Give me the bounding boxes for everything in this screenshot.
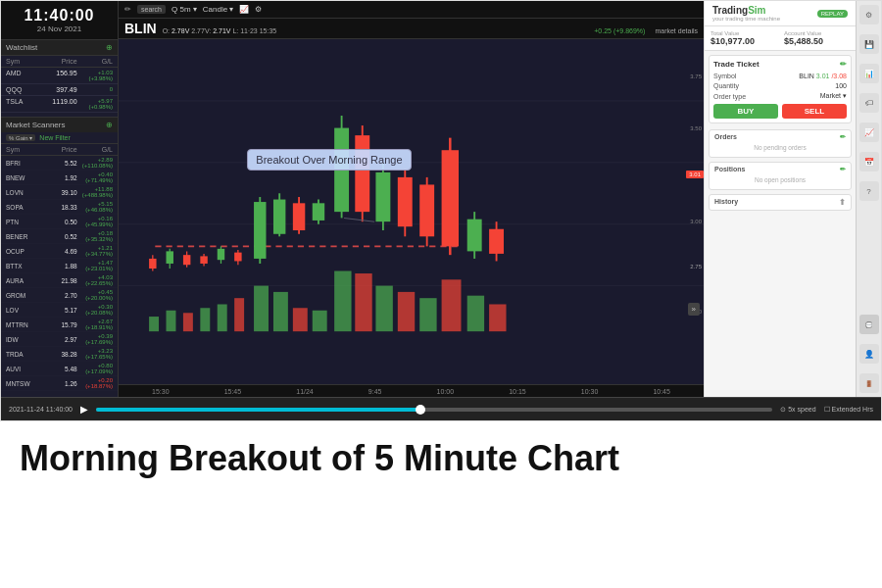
svg-rect-47 — [254, 285, 269, 331]
brand-name: TradingSim — [712, 5, 780, 16]
scanner-filter[interactable]: % Gain ▾ New Filter — [1, 132, 118, 144]
help-btn[interactable]: ? — [859, 181, 879, 201]
watchlist-row[interactable]: TSLA 1119.00 +5.97 (+0.98%) — [1, 96, 118, 113]
current-price-badge: 3.01 — [686, 171, 704, 178]
clock-time: 11:40:00 — [7, 7, 112, 24]
scanner-row[interactable]: BENER 0.52 +0.18 (+35.32%) — [1, 229, 118, 244]
quantity-row: Quantity 100 — [713, 82, 847, 89]
watchlist-icon: ⊕ — [106, 43, 113, 52]
scanner-title: Market Scanners — [6, 121, 65, 129]
svg-rect-8 — [167, 251, 173, 264]
watchlist-row[interactable]: QQQ 397.49 0 — [1, 84, 118, 96]
total-value-block: Total Value $10,977.00 — [710, 30, 776, 46]
filter-badge[interactable]: % Gain ▾ — [6, 134, 35, 141]
progress-fill — [96, 408, 420, 412]
candlestick-chart — [119, 39, 704, 384]
svg-rect-20 — [273, 199, 285, 233]
scanner-row[interactable]: BNEW 1.92 +0.40 (+71.49%) — [1, 171, 118, 185]
scanner-row[interactable]: LOVN 39.10 +11.88 (+488.98%) — [1, 185, 118, 200]
svg-rect-6 — [149, 259, 156, 269]
history-expand-icon[interactable]: ⬆ — [839, 198, 846, 207]
tradingsim-header: TradingSim your trading time machine REP… — [705, 1, 856, 26]
scanner-row[interactable]: IDW 2.97 +0.39 (+17.69%) — [1, 332, 118, 347]
logout-btn[interactable]: 🚪 — [859, 373, 879, 393]
account-btn[interactable]: 👤 — [859, 344, 879, 364]
price-label: 3.00 — [690, 219, 702, 224]
svg-rect-50 — [313, 311, 327, 331]
svg-rect-45 — [218, 304, 227, 331]
scanner-row[interactable]: AUVI 5.48 +0.80 (+17.09%) — [1, 362, 118, 376]
analytics-btn[interactable]: 📈 — [859, 122, 879, 142]
scanner-row[interactable]: MTTRN 15.79 +2.67 (+18.91%) — [1, 318, 118, 332]
market-details-btn[interactable]: market details — [655, 27, 698, 34]
chart-type-select[interactable]: Candle ▾ — [203, 5, 234, 14]
svg-rect-53 — [375, 285, 392, 331]
scanner-row[interactable]: TRDA 38.28 +3.23 (+17.65%) — [1, 347, 118, 362]
svg-rect-12 — [200, 256, 207, 264]
positions-icon[interactable]: ✏ — [840, 166, 846, 173]
svg-rect-56 — [442, 279, 462, 331]
svg-rect-38 — [467, 219, 482, 251]
next-candle-btn[interactable]: » — [688, 303, 700, 316]
trading-ui: 11:40:00 24 Nov 2021 Watchlist ⊕ Sym Pri… — [1, 1, 881, 420]
title-area: Morning Breakout of 5 Minute Chart — [0, 421, 882, 491]
save-strip-btn[interactable]: 💾 — [859, 34, 879, 54]
time-label: 10:00 — [437, 388, 455, 395]
svg-rect-55 — [419, 298, 436, 331]
svg-rect-24 — [313, 203, 324, 220]
scanner-row[interactable]: SOPA 18.33 +5.15 (+46.08%) — [1, 200, 118, 215]
svg-rect-36 — [442, 150, 459, 246]
scanner-row[interactable]: BFRI 5.52 +2.89 (+110.08%) — [1, 156, 118, 171]
sell-button[interactable]: SELL — [782, 104, 847, 119]
svg-rect-49 — [293, 308, 308, 331]
scanner-row[interactable]: BTTX 1.88 +1.47 (+23.01%) — [1, 259, 118, 273]
time-label: 10:15 — [509, 388, 526, 395]
scanner-row[interactable]: AURA 21.98 +4.03 (+22.65%) — [1, 273, 118, 288]
new-filter-btn[interactable]: New Filter — [39, 134, 71, 141]
time-label: 15:45 — [224, 388, 242, 395]
progress-track[interactable] — [96, 408, 772, 412]
svg-rect-52 — [355, 273, 371, 331]
symbol-label: Symbol — [713, 73, 736, 79]
timeframe-select[interactable]: Q 5m ▾ — [172, 5, 197, 14]
holidays-btn[interactable]: 📅 — [859, 152, 879, 172]
play-button[interactable]: ▶ — [80, 404, 88, 415]
scanner-row[interactable]: GROM 2.70 +0.45 (+20.00%) — [1, 288, 118, 303]
extended-hrs-toggle[interactable]: ☐ Extended Hrs — [824, 406, 873, 414]
svg-rect-32 — [398, 177, 413, 226]
scanner-row[interactable]: PTN 0.50 +0.16 (+45.99%) — [1, 215, 118, 229]
draw-icon[interactable]: ✏ — [124, 5, 131, 14]
chart-canvas-area: Breakout Over Morning Range — [119, 39, 704, 384]
svg-rect-34 — [419, 184, 434, 236]
ticket-expand-icon[interactable]: ✏ — [840, 60, 847, 69]
scanner-row[interactable]: MNTSW 1.26 +0.20 (+18.87%) — [1, 376, 118, 391]
scanner-columns: Sym Price G/L — [1, 144, 118, 156]
account-value: $5,488.50 — [784, 36, 850, 46]
markets-pane-btn[interactable]: 🏷 — [859, 93, 879, 113]
chart-indicator-icon[interactable]: 📈 — [239, 5, 249, 14]
svg-rect-54 — [398, 292, 415, 331]
price-label: 3.75 — [690, 74, 702, 79]
scanner-row[interactable]: OCUP 4.69 +1.21 (+34.77%) — [1, 244, 118, 259]
positions-panel: Positions ✏ No open positions — [709, 162, 852, 190]
buy-button[interactable]: BUY — [713, 104, 778, 119]
time-label: 11/24 — [296, 388, 314, 395]
watchlist-row[interactable]: AMD 156.95 +1.03 (+3.98%) — [1, 68, 118, 84]
search-input[interactable]: search — [137, 5, 166, 14]
chart-ohlc: O: 2.78V 2.77V: 2.71V L: 11·23 15:35 — [163, 27, 277, 34]
brand-tagline: your trading time machine — [712, 16, 780, 22]
charts-strip-btn[interactable]: 📊 — [859, 64, 879, 83]
chart-toolbar: ✏ search Q 5m ▾ Candle ▾ 📈 ⚙ — [119, 1, 704, 19]
progress-thumb[interactable] — [416, 405, 425, 415]
quantity-label: Quantity — [713, 82, 739, 89]
scanner-row[interactable]: LOV 5.17 +0.30 (+20.08%) — [1, 303, 118, 318]
svg-rect-57 — [467, 295, 484, 330]
feedback-btn[interactable]: 💬 — [859, 315, 879, 334]
svg-rect-48 — [273, 292, 288, 331]
settings-icon[interactable]: ⚙ — [255, 5, 262, 14]
orders-icon[interactable]: ✏ — [840, 133, 846, 141]
scanner-header: Market Scanners ⊕ — [1, 118, 118, 132]
settings-strip-btn[interactable]: ⚙ — [859, 5, 879, 24]
speed-indicator[interactable]: ⊙ 5x speed — [780, 406, 815, 414]
order-type-value[interactable]: Market ▾ — [820, 92, 847, 100]
